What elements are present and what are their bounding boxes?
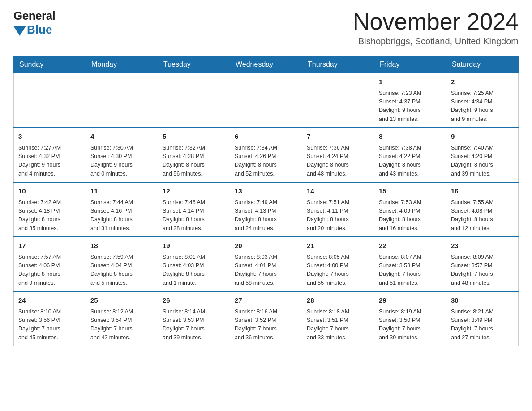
day-number: 19 <box>163 241 225 251</box>
day-info: Sunrise: 7:42 AM Sunset: 4:18 PM Dayligh… <box>18 198 81 233</box>
logo-blue-row: Blue <box>13 23 52 37</box>
day-number: 11 <box>90 186 153 197</box>
day-info: Sunrise: 8:21 AM Sunset: 3:49 PM Dayligh… <box>451 308 514 342</box>
calendar-cell: 18Sunrise: 7:59 AM Sunset: 4:04 PM Dayli… <box>86 237 158 291</box>
calendar-cell: 4Sunrise: 7:30 AM Sunset: 4:30 PM Daylig… <box>86 128 158 182</box>
day-number: 30 <box>451 295 514 306</box>
day-info: Sunrise: 7:38 AM Sunset: 4:22 PM Dayligh… <box>379 144 442 179</box>
day-info: Sunrise: 7:23 AM Sunset: 4:37 PM Dayligh… <box>379 89 442 124</box>
calendar-cell: 25Sunrise: 8:12 AM Sunset: 3:54 PM Dayli… <box>86 291 158 346</box>
day-number: 14 <box>307 186 369 197</box>
day-info: Sunrise: 7:53 AM Sunset: 4:09 PM Dayligh… <box>379 198 442 233</box>
day-info: Sunrise: 7:32 AM Sunset: 4:28 PM Dayligh… <box>163 144 225 179</box>
calendar-table: SundayMondayTuesdayWednesdayThursdayFrid… <box>13 56 519 346</box>
calendar-cell: 6Sunrise: 7:34 AM Sunset: 4:26 PM Daylig… <box>230 128 302 182</box>
calendar-week-row: 10Sunrise: 7:42 AM Sunset: 4:18 PM Dayli… <box>14 182 519 237</box>
day-info: Sunrise: 7:27 AM Sunset: 4:32 PM Dayligh… <box>18 144 81 179</box>
day-number: 6 <box>235 132 297 142</box>
calendar-cell: 11Sunrise: 7:44 AM Sunset: 4:16 PM Dayli… <box>86 182 158 237</box>
day-info: Sunrise: 7:25 AM Sunset: 4:34 PM Dayligh… <box>451 89 514 124</box>
calendar-cell: 20Sunrise: 8:03 AM Sunset: 4:01 PM Dayli… <box>230 237 302 291</box>
calendar-cell: 16Sunrise: 7:55 AM Sunset: 4:08 PM Dayli… <box>446 182 519 237</box>
day-info: Sunrise: 8:07 AM Sunset: 3:58 PM Dayligh… <box>379 253 442 288</box>
logo-general-text: General <box>13 9 55 23</box>
calendar-cell <box>302 73 374 128</box>
calendar-cell <box>158 73 230 128</box>
day-info: Sunrise: 7:40 AM Sunset: 4:20 PM Dayligh… <box>451 144 514 179</box>
calendar-cell: 15Sunrise: 7:53 AM Sunset: 4:09 PM Dayli… <box>374 182 446 237</box>
day-info: Sunrise: 7:34 AM Sunset: 4:26 PM Dayligh… <box>235 144 297 179</box>
day-number: 13 <box>235 186 297 197</box>
calendar-cell <box>230 73 302 128</box>
calendar-cell: 3Sunrise: 7:27 AM Sunset: 4:32 PM Daylig… <box>14 128 86 182</box>
calendar-cell: 23Sunrise: 8:09 AM Sunset: 3:57 PM Dayli… <box>446 237 519 291</box>
day-info: Sunrise: 7:57 AM Sunset: 4:06 PM Dayligh… <box>18 253 81 288</box>
logo-blue-text: Blue <box>27 23 52 37</box>
day-info: Sunrise: 7:51 AM Sunset: 4:11 PM Dayligh… <box>307 198 369 233</box>
day-number: 25 <box>90 295 153 306</box>
day-number: 28 <box>307 295 369 306</box>
calendar-week-row: 1Sunrise: 7:23 AM Sunset: 4:37 PM Daylig… <box>14 73 519 128</box>
day-info: Sunrise: 8:14 AM Sunset: 3:53 PM Dayligh… <box>163 308 225 342</box>
day-info: Sunrise: 7:44 AM Sunset: 4:16 PM Dayligh… <box>90 198 153 233</box>
day-info: Sunrise: 8:12 AM Sunset: 3:54 PM Dayligh… <box>90 308 153 342</box>
logo-triangle-icon <box>13 26 26 36</box>
calendar-cell: 29Sunrise: 8:19 AM Sunset: 3:50 PM Dayli… <box>374 291 446 346</box>
weekday-header-monday: Monday <box>86 56 158 73</box>
day-info: Sunrise: 8:10 AM Sunset: 3:56 PM Dayligh… <box>18 308 81 342</box>
day-number: 9 <box>451 132 514 142</box>
calendar-week-row: 24Sunrise: 8:10 AM Sunset: 3:56 PM Dayli… <box>14 291 519 346</box>
day-info: Sunrise: 7:36 AM Sunset: 4:24 PM Dayligh… <box>307 144 369 179</box>
day-number: 26 <box>163 295 225 306</box>
day-info: Sunrise: 8:03 AM Sunset: 4:01 PM Dayligh… <box>235 253 297 288</box>
day-info: Sunrise: 7:59 AM Sunset: 4:04 PM Dayligh… <box>90 253 153 288</box>
calendar-cell: 7Sunrise: 7:36 AM Sunset: 4:24 PM Daylig… <box>302 128 374 182</box>
calendar-cell: 12Sunrise: 7:46 AM Sunset: 4:14 PM Dayli… <box>158 182 230 237</box>
day-number: 24 <box>18 295 81 306</box>
day-number: 22 <box>379 241 442 251</box>
day-info: Sunrise: 8:09 AM Sunset: 3:57 PM Dayligh… <box>451 253 514 288</box>
calendar-week-row: 3Sunrise: 7:27 AM Sunset: 4:32 PM Daylig… <box>14 128 519 182</box>
month-title: November 2024 <box>353 9 519 34</box>
day-number: 3 <box>18 132 81 142</box>
title-section: November 2024 Bishopbriggs, Scotland, Un… <box>353 9 519 47</box>
day-info: Sunrise: 7:55 AM Sunset: 4:08 PM Dayligh… <box>451 198 514 233</box>
day-number: 1 <box>379 77 442 87</box>
day-number: 8 <box>379 132 442 142</box>
calendar-cell: 22Sunrise: 8:07 AM Sunset: 3:58 PM Dayli… <box>374 237 446 291</box>
logo: General Blue <box>13 9 55 37</box>
day-number: 4 <box>90 132 153 142</box>
day-number: 10 <box>18 186 81 197</box>
weekday-header-saturday: Saturday <box>446 56 519 73</box>
calendar-cell: 9Sunrise: 7:40 AM Sunset: 4:20 PM Daylig… <box>446 128 519 182</box>
day-number: 17 <box>18 241 81 251</box>
weekday-header-row: SundayMondayTuesdayWednesdayThursdayFrid… <box>14 56 519 73</box>
weekday-header-friday: Friday <box>374 56 446 73</box>
calendar-week-row: 17Sunrise: 7:57 AM Sunset: 4:06 PM Dayli… <box>14 237 519 291</box>
calendar-cell: 19Sunrise: 8:01 AM Sunset: 4:03 PM Dayli… <box>158 237 230 291</box>
day-number: 27 <box>235 295 297 306</box>
day-info: Sunrise: 8:16 AM Sunset: 3:52 PM Dayligh… <box>235 308 297 342</box>
day-number: 2 <box>451 77 514 87</box>
day-info: Sunrise: 8:19 AM Sunset: 3:50 PM Dayligh… <box>379 308 442 342</box>
calendar-cell <box>86 73 158 128</box>
day-number: 23 <box>451 241 514 251</box>
day-number: 5 <box>163 132 225 142</box>
weekday-header-sunday: Sunday <box>14 56 86 73</box>
weekday-header-wednesday: Wednesday <box>230 56 302 73</box>
day-number: 12 <box>163 186 225 197</box>
calendar-cell: 10Sunrise: 7:42 AM Sunset: 4:18 PM Dayli… <box>14 182 86 237</box>
calendar-cell: 21Sunrise: 8:05 AM Sunset: 4:00 PM Dayli… <box>302 237 374 291</box>
calendar-cell: 1Sunrise: 7:23 AM Sunset: 4:37 PM Daylig… <box>374 73 446 128</box>
day-info: Sunrise: 8:01 AM Sunset: 4:03 PM Dayligh… <box>163 253 225 288</box>
day-info: Sunrise: 7:46 AM Sunset: 4:14 PM Dayligh… <box>163 198 225 233</box>
day-info: Sunrise: 8:05 AM Sunset: 4:00 PM Dayligh… <box>307 253 369 288</box>
calendar-cell: 30Sunrise: 8:21 AM Sunset: 3:49 PM Dayli… <box>446 291 519 346</box>
header: General Blue November 2024 Bishopbriggs,… <box>13 9 519 47</box>
weekday-header-thursday: Thursday <box>302 56 374 73</box>
location-title: Bishopbriggs, Scotland, United Kingdom <box>353 36 519 47</box>
calendar-cell: 14Sunrise: 7:51 AM Sunset: 4:11 PM Dayli… <box>302 182 374 237</box>
day-info: Sunrise: 7:30 AM Sunset: 4:30 PM Dayligh… <box>90 144 153 179</box>
day-info: Sunrise: 8:18 AM Sunset: 3:51 PM Dayligh… <box>307 308 369 342</box>
calendar-cell: 8Sunrise: 7:38 AM Sunset: 4:22 PM Daylig… <box>374 128 446 182</box>
